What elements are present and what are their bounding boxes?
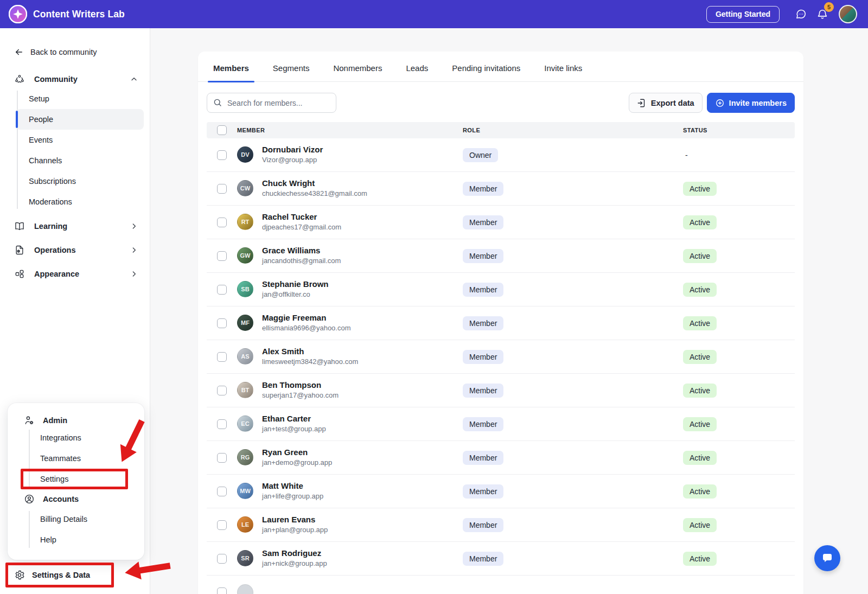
sidebar-item-learning[interactable]: Learning — [0, 214, 150, 238]
member-avatar: DV — [237, 146, 253, 163]
member-row[interactable]: RTRachel Tuckerdjpeaches17@gmail.comMemb… — [207, 206, 795, 239]
member-email: jan+demo@group.app — [262, 458, 332, 468]
tab-pending-invitations[interactable]: Pending invitations — [446, 55, 526, 82]
row-checkbox[interactable] — [217, 318, 227, 328]
role-badge: Member — [463, 249, 503, 263]
invite-members-button[interactable]: Invite members — [707, 93, 795, 113]
menu-item-settings[interactable]: Settings — [8, 469, 144, 489]
topbar-actions: Getting Started 5 — [706, 5, 857, 23]
row-checkbox[interactable] — [217, 218, 227, 227]
menu-item-integrations[interactable]: Integrations — [8, 427, 144, 448]
member-avatar: SB — [237, 281, 253, 297]
sidebar-item-appearance[interactable]: Appearance — [0, 262, 150, 286]
member-row[interactable]: MFMaggie Freemanellismania9696@yahoo.com… — [207, 306, 795, 340]
notifications-bell-icon[interactable]: 5 — [815, 7, 829, 21]
sidebar-item-operations[interactable]: Operations — [0, 238, 150, 262]
member-row[interactable]: GWGrace Williamsjancandothis@gmail.comMe… — [207, 239, 795, 273]
row-checkbox[interactable] — [217, 487, 227, 496]
row-checkbox[interactable] — [217, 184, 227, 194]
row-checkbox[interactable] — [217, 386, 227, 395]
member-avatar: CW — [237, 180, 253, 196]
row-checkbox[interactable] — [217, 150, 227, 160]
member-row[interactable]: CWChuck Wrightchuckiechesse43821@gmail.c… — [207, 172, 795, 206]
row-checkbox[interactable] — [217, 285, 227, 295]
sidebar: Back to community Community SetupPeopleE… — [0, 28, 150, 594]
sidebar-item-events[interactable]: Events — [16, 130, 144, 150]
member-avatar: RT — [237, 214, 253, 230]
row-checkbox[interactable] — [217, 554, 227, 564]
row-checkbox[interactable] — [217, 352, 227, 362]
member-row[interactable]: SRSam Rodriguezjan+nick@group.appMemberA… — [207, 542, 795, 576]
row-checkbox[interactable] — [217, 587, 227, 594]
status-badge: Active — [683, 552, 717, 566]
member-email: Vizor@group.app — [262, 156, 323, 165]
member-row[interactable]: DVDornubari VizorVizor@group.appOwner- — [207, 138, 795, 172]
sidebar-item-community[interactable]: Community — [0, 69, 150, 89]
tab-members[interactable]: Members — [208, 55, 254, 82]
file-gear-icon — [14, 245, 25, 256]
tab-invite-links[interactable]: Invite links — [539, 55, 588, 82]
role-badge: Member — [463, 552, 503, 566]
member-row[interactable]: LELauren Evansjan+plan@group.appMemberAc… — [207, 508, 795, 542]
sidebar-item-accounts[interactable]: Accounts — [8, 489, 144, 509]
community-subitems: SetupPeopleEventsChannelsSubscriptionsMo… — [0, 88, 150, 212]
role-badge: Member — [463, 484, 503, 499]
member-avatar: SR — [237, 550, 253, 566]
sidebar-item-admin[interactable]: Admin — [8, 403, 144, 427]
status-badge: Active — [683, 384, 717, 398]
menu-item-teammates[interactable]: Teammates — [8, 448, 144, 469]
topbar: Content Writers Lab Getting Started 5 — [0, 0, 868, 28]
user-avatar[interactable] — [839, 5, 857, 23]
column-header-status: STATUS — [683, 127, 795, 133]
member-name: Stephanie Brown — [262, 279, 329, 290]
row-checkbox[interactable] — [217, 251, 227, 261]
sidebar-item-people[interactable]: People — [16, 109, 144, 130]
main-content: MembersSegmentsNonmembersLeadsPending in… — [150, 28, 868, 594]
tab-nonmembers[interactable]: Nonmembers — [328, 55, 387, 82]
member-email: jan+nick@group.app — [262, 559, 327, 569]
sidebar-item-settings-and-data[interactable]: Settings & Data — [14, 564, 90, 586]
member-avatar — [237, 584, 253, 594]
menu-item-help[interactable]: Help — [8, 529, 144, 550]
menu-item-billing-details[interactable]: Billing Details — [8, 509, 144, 529]
messages-icon[interactable] — [794, 7, 808, 21]
sidebar-item-label: Events — [29, 136, 53, 144]
search-input[interactable] — [207, 93, 336, 113]
chat-widget-button[interactable] — [814, 545, 840, 571]
chat-bubble-icon — [821, 552, 834, 565]
role-badge: Member — [463, 350, 503, 364]
row-checkbox[interactable] — [217, 419, 227, 429]
member-row[interactable]: ECEthan Carterjan+test@group.appMemberAc… — [207, 407, 795, 441]
user-circle-icon — [24, 494, 35, 504]
status-badge: Active — [683, 518, 717, 532]
tab-leads[interactable]: Leads — [400, 55, 433, 82]
tab-segments[interactable]: Segments — [267, 55, 315, 82]
member-row[interactable]: SBStephanie Brownjan@offkilter.coMemberA… — [207, 273, 795, 306]
chevron-up-icon[interactable] — [130, 75, 138, 84]
export-data-button[interactable]: Export data — [629, 93, 703, 113]
status-badge: Active — [683, 417, 717, 431]
member-row[interactable]: BTBen Thompsonsuperjan17@yahoo.comMember… — [207, 374, 795, 407]
row-checkbox[interactable] — [217, 453, 227, 463]
member-row[interactable]: RGRyan Greenjan+demo@group.appMemberActi… — [207, 441, 795, 475]
getting-started-button[interactable]: Getting Started — [706, 6, 780, 23]
role-badge: Member — [463, 451, 503, 465]
tabs-bar: MembersSegmentsNonmembersLeadsPending in… — [198, 52, 803, 82]
sidebar-item-subscriptions[interactable]: Subscriptions — [16, 171, 144, 191]
notification-badge: 5 — [824, 2, 834, 12]
sidebar-item-channels[interactable]: Channels — [16, 150, 144, 171]
role-badge: Member — [463, 316, 503, 330]
member-name: Grace Williams — [262, 246, 341, 256]
chevron-right-icon — [130, 270, 138, 278]
sidebar-item-moderations[interactable]: Moderations — [16, 191, 144, 212]
sidebar-item-label: Subscriptions — [29, 177, 76, 186]
sidebar-item-setup[interactable]: Setup — [16, 88, 144, 109]
row-checkbox[interactable] — [217, 520, 227, 530]
member-row[interactable]: ASAlex Smithlimesweetjm3842@yahoo.comMem… — [207, 340, 795, 374]
invite-members-label: Invite members — [729, 99, 787, 107]
back-to-community-link[interactable]: Back to community — [14, 44, 97, 60]
member-row[interactable]: MWMatt Whitejan+life@group.appMemberActi… — [207, 475, 795, 508]
member-name: Ryan Green — [262, 448, 332, 458]
sidebar-item-label: People — [29, 115, 53, 124]
select-all-checkbox[interactable] — [217, 125, 227, 135]
